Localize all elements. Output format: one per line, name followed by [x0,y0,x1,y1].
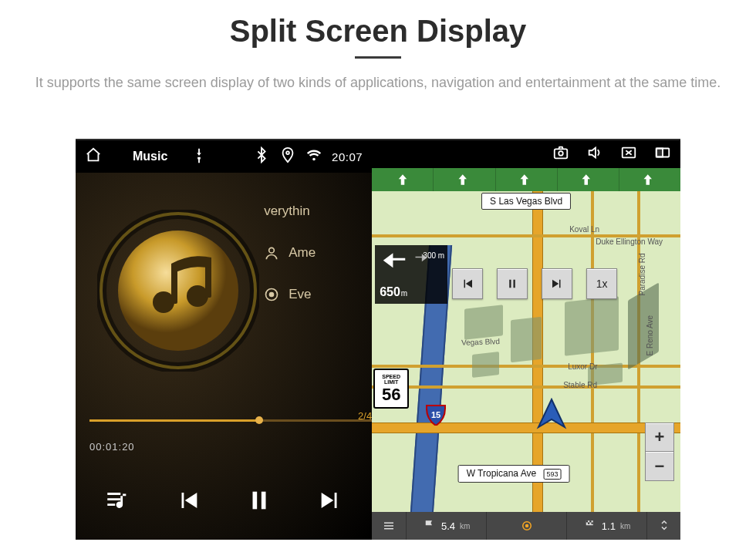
navigation-panel: Koval Ln Duke Ellington Way Vegas Blvd L… [372,140,680,540]
sim-pause-button[interactable] [497,268,528,299]
lane-arrow-4 [557,168,619,191]
sim-restart-button[interactable] [452,268,483,299]
turn-primary-unit: m [401,289,407,298]
usb-icon[interactable] [191,147,208,167]
road-tropicana [372,422,680,433]
turn-instruction-box: 650m 300 m [375,245,447,304]
turn-primary-dist: 650 [380,285,400,298]
turn-secondary-unit: m [438,251,444,260]
map-label-vegas: Vegas Blvd [461,337,500,347]
map-building [511,317,542,362]
bottom-dist-covered[interactable]: 1.1 km [566,512,646,540]
dist-remaining-unit: km [460,522,470,530]
speed-label-2: LIMIT [384,379,398,385]
svg-rect-29 [591,523,592,524]
screenshot-icon[interactable] [552,144,569,164]
page-title: Split Screen Display [0,0,756,49]
svg-text:15: 15 [431,410,440,419]
progress-bar[interactable] [89,419,372,422]
bottom-dist-remaining[interactable]: 5.4 km [406,512,486,540]
nav-lane-guidance-bar [372,168,680,191]
simulation-controls: 1x [452,268,617,299]
speed-limit-value: 56 [382,386,400,403]
turn-right-next-icon [413,251,429,267]
map-building [464,305,503,339]
turn-left-icon [380,248,409,278]
pause-button[interactable] [246,487,272,517]
music-app-title: Music [133,150,167,163]
interstate-shield: 15 [426,404,446,426]
elapsed-time: 00:01:20 [89,441,135,453]
track-title-row: verythin [264,204,372,219]
flag-icon [423,519,437,533]
music-panel: Music 20:07 [76,140,372,540]
checkered-flag-icon [583,519,597,533]
sim-speed-button[interactable]: 1x [586,268,617,299]
volume-icon[interactable] [586,144,603,164]
map-label-duke: Duke Ellington Way [596,237,663,246]
map-label-stable: Stable Rd [563,381,597,389]
zoom-controls: + − [645,422,674,481]
svg-point-0 [286,151,289,154]
home-icon[interactable] [85,146,102,167]
road-stable [372,385,680,389]
nav-bottom-bar: 5.4 km 1.1 km [372,512,680,540]
title-underline [355,56,401,59]
track-meta: verythin Ame Eve [264,204,372,302]
bluetooth-icon[interactable] [253,146,270,167]
svg-rect-21 [384,523,393,524]
wifi-icon[interactable] [305,146,322,167]
current-street-bottom: W Tropicana Ave 593 [458,465,570,483]
sim-next-button[interactable] [542,268,572,299]
map-building [472,352,499,378]
current-street-top: S Las Vegas Blvd [481,193,571,210]
zoom-in-button[interactable]: + [645,422,674,452]
vehicle-position-marker [535,398,568,430]
speed-label-1: SPEED [382,374,400,379]
artist-icon [264,245,279,261]
svg-rect-26 [586,520,588,522]
track-album: Eve [289,287,311,302]
route-shield-593: 593 [543,469,561,480]
speed-limit-sign: SPEED LIMIT 56 [373,369,409,409]
album-icon [264,287,279,302]
bottom-gps-status[interactable] [486,512,566,540]
dist-remaining-value: 5.4 [441,520,455,532]
svg-point-10 [270,293,274,297]
location-icon[interactable] [279,146,296,167]
zoom-out-button[interactable]: − [645,452,674,481]
dist-covered-unit: km [620,522,630,530]
page-subtitle: It supports the same screen display of t… [15,72,741,94]
svg-point-3 [118,231,238,351]
svg-point-14 [559,151,563,156]
nav-menu-button[interactable] [372,512,406,540]
map-label-koval: Koval Ln [569,225,599,234]
lane-arrow-1 [372,168,433,191]
album-art-disc[interactable] [97,210,259,372]
svg-rect-19 [514,280,515,288]
nav-expand-button[interactable] [646,512,680,540]
svg-rect-17 [656,149,663,157]
track-title: verythin [264,204,310,219]
music-body: verythin Ame Eve 2/4 00:01:20 [76,173,372,540]
lane-arrow-3 [495,168,557,191]
svg-rect-23 [384,528,393,530]
track-artist-row: Ame [264,245,372,261]
close-window-icon[interactable] [620,144,637,164]
track-album-row: Eve [264,287,372,302]
map-canvas[interactable]: Koval Ln Duke Ellington Way Vegas Blvd L… [372,191,680,512]
gps-ring-icon [520,519,534,533]
dist-covered-value: 1.1 [602,520,616,532]
playlist-icon[interactable] [104,487,130,517]
svg-rect-13 [555,149,568,158]
svg-point-25 [525,525,528,527]
next-track-button[interactable] [317,487,343,517]
svg-point-5 [187,285,208,307]
lane-arrow-2 [433,168,494,191]
track-artist: Ame [289,245,316,261]
map-label-paradise: Paradise Rd [638,253,646,295]
prev-track-button[interactable] [175,487,201,517]
svg-rect-18 [509,280,511,288]
map-label-luxor: Luxor Dr [568,362,597,371]
split-screen-icon[interactable] [654,144,671,164]
